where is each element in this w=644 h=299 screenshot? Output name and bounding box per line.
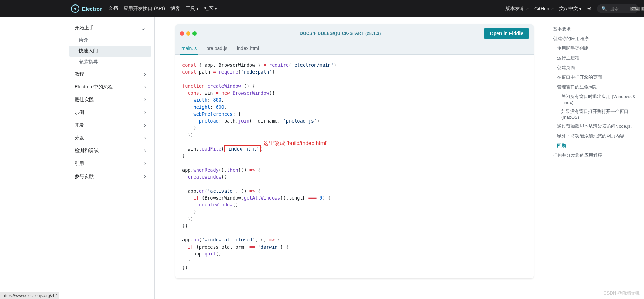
tab-indexhtml[interactable]: index.html [236,43,260,55]
chevron-right-icon: › [144,83,146,90]
open-in-fiddle-button[interactable]: Open in Fiddle [484,28,529,39]
search-icon: 🔍 [601,6,607,11]
toc-item[interactable]: 回顾 [553,141,638,151]
sidebar-item[interactable]: 快速入门 [69,46,151,57]
sidebar: 开始上手⌄简介快速入门安装指导教程›Electron 中的流程›最佳实践›示例›… [0,17,155,299]
toc-item[interactable]: 额外：将功能添加到您的网页内容 [553,131,638,141]
sidebar-category[interactable]: 教程› [69,68,151,80]
toc-item[interactable]: 管理窗口的生命周期 [553,82,638,92]
logo-link[interactable]: Electron [71,4,103,13]
sidebar-item[interactable]: 安装指导 [69,57,151,68]
search-input[interactable] [610,6,627,11]
chevron-right-icon: › [144,147,146,154]
electron-logo-icon [71,4,79,13]
toc-item[interactable]: 打包并分发您的应用程序 [553,151,638,160]
chevron-right-icon: › [144,122,146,129]
traffic-lights [180,31,197,36]
fiddle-box: DOCS/FIDDLES/QUICK-START (28.1.3) Open i… [175,24,534,278]
toc-item[interactable]: 关闭所有窗口时退出应用 (Windows & Linux) [553,92,638,107]
code-area: const { app, BrowserWindow } = require('… [175,55,534,278]
chevron-right-icon: › [144,134,146,142]
nav-language[interactable]: 文A 中文▾ [559,4,581,13]
chevron-down-icon: ▾ [197,7,198,11]
annotation-text: 这里改成 'build/index.html' [263,139,327,147]
nav-docs[interactable]: 文档 [108,4,118,13]
sidebar-category[interactable]: 最佳实践› [69,93,151,106]
chevron-right-icon: › [144,70,146,78]
code-content: const { app, BrowserWindow } = require('… [182,61,527,271]
status-bar-url: https://www.electronjs.org/zh/ [0,292,59,299]
sidebar-category[interactable]: 示例› [69,106,151,119]
sidebar-category[interactable]: Electron 中的流程› [69,80,151,93]
toc-item[interactable]: 创建页面 [553,63,638,73]
theme-toggle-icon[interactable]: ☀ [587,6,592,12]
toc-item[interactable]: 基本要求 [553,24,638,34]
chevron-right-icon: › [144,173,146,180]
tab-mainjs[interactable]: main.js [180,43,198,55]
toc-item[interactable]: 创建你的应用程序 [553,34,638,44]
toc-item[interactable]: 如果没有窗口打开则打开一个窗口 (macOS) [553,107,638,122]
translate-icon: 文A [559,6,567,12]
chevron-down-icon: ▾ [579,7,581,11]
external-link-icon: ↗ [526,7,529,11]
highlighted-code: 'index.html' [224,145,261,152]
traffic-light-red-icon [180,31,184,36]
sidebar-category[interactable]: 开发› [69,119,151,132]
navbar: Electron 文档 应用开发接口 (API) 博客 工具▾ 社区▾ 版本发布… [0,0,644,17]
nav-tools[interactable]: 工具▾ [186,4,198,13]
nav-community[interactable]: 社区▾ [204,4,217,13]
nav-blog[interactable]: 博客 [170,4,180,13]
fiddle-tabs: main.js preload.js index.html [175,43,534,55]
toc-item[interactable]: 运行主进程 [553,53,638,63]
sidebar-category[interactable]: 参与贡献› [69,170,151,183]
chevron-down-icon: ⌄ [141,24,146,32]
fiddle-title: DOCS/FIDDLES/QUICK-START (28.1.3) [197,31,484,36]
nav-github[interactable]: GitHub ↗ [534,4,554,13]
sidebar-category[interactable]: 开始上手⌄ [69,21,151,35]
chevron-right-icon: › [144,160,146,167]
main-content: DOCS/FIDDLES/QUICK-START (28.1.3) Open i… [155,17,547,299]
table-of-contents: 基本要求创建你的应用程序使用脚手架创建运行主进程创建页面在窗口中打开您的页面管理… [547,17,644,299]
chevron-down-icon: ▾ [215,7,217,11]
nav-api[interactable]: 应用开发接口 (API) [123,4,165,13]
nav-releases[interactable]: 版本发布 ↗ [505,4,529,13]
sidebar-category[interactable]: 检测和调试› [69,144,151,157]
traffic-light-yellow-icon [186,31,190,36]
chevron-right-icon: › [144,109,146,116]
brand-text: Electron [82,6,103,12]
watermark: CSDN @前端无帆 [603,290,640,296]
traffic-light-green-icon [192,31,197,36]
toc-item[interactable]: 通过预加载脚本从渲染器访问Node.js。 [553,122,638,131]
kbd-shortcut: CTRLK [630,7,644,11]
toc-item[interactable]: 在窗口中打开您的页面 [553,73,638,82]
sidebar-item[interactable]: 简介 [69,35,151,46]
toc-item[interactable]: 使用脚手架创建 [553,44,638,53]
tab-preloadjs[interactable]: preload.js [205,43,229,55]
chevron-right-icon: › [144,96,146,103]
sidebar-category[interactable]: 引用› [69,157,151,170]
sidebar-category[interactable]: 分发› [69,132,151,144]
external-link-icon: ↗ [551,7,554,11]
search-box[interactable]: 🔍 CTRLK [597,4,638,13]
